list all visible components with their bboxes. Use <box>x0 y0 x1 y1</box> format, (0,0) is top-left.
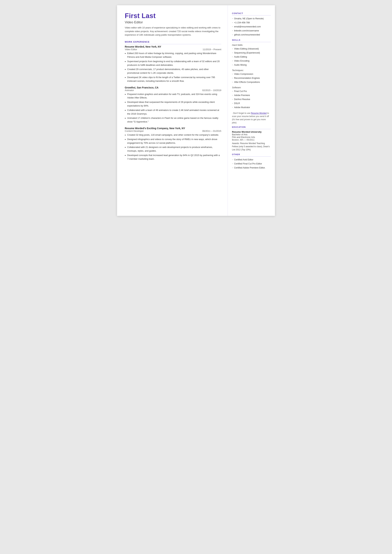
software-5: Adobe Illustrator <box>232 106 271 109</box>
other-2: Certified Final Cut Pro Editor <box>232 162 271 166</box>
right-column: CONTACT Omaha, NE (Open to Remote) +1-23… <box>228 5 275 216</box>
job-block-3: Resume Worded's Exciting Company, New Yo… <box>125 127 221 161</box>
job-role-row-1: Video Editor 11/2019 – Present <box>125 48 221 51</box>
education-block: Resume Worded University Bachelor of Art… <box>232 131 271 151</box>
job-bullets-1: Edited 200 hours of video footage by tri… <box>125 52 221 83</box>
bullet-1-3: Created 29 commercials, 17 product demon… <box>125 68 221 75</box>
edu-degree: Bachelor of Arts <box>232 133 271 136</box>
hard-skill-4: Video Encoding <box>232 59 271 63</box>
job-header-1: Resume Worded, New York, NY <box>125 45 221 48</box>
hard-skill-5: Audio Mixing <box>232 63 271 67</box>
job-header-2: Growthsi, San Francisco, CA <box>125 86 221 89</box>
bullet-3-2: Designed infographics and videos to conv… <box>125 138 221 145</box>
other-list: Certified Avid Editor Certified Final Cu… <box>232 158 271 169</box>
contact-section-title: CONTACT <box>232 12 271 15</box>
left-column: First Last Video Editor Video editor wit… <box>117 5 228 216</box>
software-4: DSLR <box>232 102 271 105</box>
work-experience-section-title: WORK EXPERIENCE <box>125 41 221 44</box>
resume-paper: First Last Video Editor Video editor wit… <box>117 5 275 216</box>
bullet-1-1: Edited 200 hours of video footage by tri… <box>125 52 221 59</box>
promo-text: · Don't forget to use Resume Worded to s… <box>232 112 271 124</box>
job-header-3: Resume Worded's Exciting Company, New Yo… <box>125 127 221 130</box>
job-company-2: Growthsi, San Francisco, CA <box>125 86 158 89</box>
contact-item-3: email@resumeworded.com <box>232 25 271 28</box>
bullet-3-3: Collaborated with 21 designers on web de… <box>125 146 221 153</box>
job-role-row-3: Content Developer 06/2011 – 01/2015 <box>125 130 221 132</box>
candidate-title: Video Editor <box>125 20 221 24</box>
other-1: Certified Avid Editor <box>232 158 271 161</box>
job-bullets-3: Created 32 blog posts, 116 email campaig… <box>125 133 221 161</box>
hard-skill-2: Sequencing (Experienced) <box>232 51 271 55</box>
edu-awards: Awards: Resume Worded Teaching Fellow (o… <box>232 142 271 151</box>
candidate-summary: Video editor with 10 years of experience… <box>125 26 221 37</box>
job-bullets-2: Prepared motion graphics and animation f… <box>125 92 221 124</box>
job-dates-3: 06/2011 – 01/2015 <box>202 130 221 132</box>
software-2: Adobe Premiere <box>232 93 271 97</box>
edu-location-date: Boston, MA — 05/2011 <box>232 139 271 141</box>
job-role-2: Animator <box>125 89 134 91</box>
hard-skills-list: Video Editing (Advanced) Sequencing (Exp… <box>232 47 271 67</box>
contact-item-2: +1-234-456-789 <box>232 21 271 24</box>
candidate-name: First Last <box>125 12 221 20</box>
technique-1: Video Compression <box>232 72 271 76</box>
techniques-list: Video Compression Recommendation Engines… <box>232 72 271 84</box>
hard-skills-label: Hard Skills: <box>232 44 271 46</box>
job-role-3: Content Developer <box>125 130 144 132</box>
other-section-title: OTHER <box>232 153 271 156</box>
bullet-2-4: Animated 17 children's characters in Fla… <box>125 116 221 124</box>
software-label: Software: <box>232 86 271 89</box>
techniques-label: Techniques: <box>232 69 271 72</box>
hard-skill-1: Video Editing (Advanced) <box>232 47 271 50</box>
bullet-2-1: Prepared motion graphics and animation f… <box>125 92 221 100</box>
bullet-3-4: Developed concepts that increased lead g… <box>125 154 221 161</box>
bullet-2-2: Developed ideas that surpassed the requi… <box>125 100 221 108</box>
bullet-2-3: Collaborated with a team of 49 animators… <box>125 108 221 116</box>
job-block-1: Resume Worded, New York, NY Video Editor… <box>125 45 221 83</box>
job-company-1: Resume Worded, New York, NY <box>125 45 161 48</box>
contact-item-1: Omaha, NE (Open to Remote) <box>232 17 271 20</box>
contact-list: Omaha, NE (Open to Remote) +1-234-456-78… <box>232 17 271 36</box>
job-role-row-2: Animator 02/2015 – 10/2019 <box>125 89 221 91</box>
job-block-2: Growthsi, San Francisco, CA Animator 02/… <box>125 86 221 124</box>
job-dates-1: 11/2019 – Present <box>203 48 221 51</box>
education-section-title: EDUCATION <box>232 126 271 129</box>
resume-worded-link[interactable]: Resume Worded <box>251 112 267 114</box>
bullet-1-4: Developed 2K video clips to fit the leng… <box>125 76 221 83</box>
technique-3: After Effects Compositions <box>232 80 271 84</box>
contact-item-4: linkedin.com/in/username <box>232 29 271 32</box>
contact-item-5: github.com/resumeworded <box>232 33 271 36</box>
job-company-3: Resume Worded's Exciting Company, New Yo… <box>125 127 185 130</box>
software-3: DaVinci Resolve <box>232 98 271 101</box>
bullet-1-2: Supervised projects from beginning to en… <box>125 60 221 67</box>
technique-2: Recommendation Engines <box>232 76 271 80</box>
skills-section-title: SKILLS <box>232 39 271 42</box>
job-dates-2: 02/2015 – 10/2019 <box>202 89 221 91</box>
name-section: First Last Video Editor Video editor wit… <box>125 12 221 37</box>
other-3: Certified Adobe Premiere Editor. <box>232 166 271 169</box>
edu-institution: Resume Worded University <box>232 131 271 133</box>
software-1: Final Cut Pro <box>232 90 271 93</box>
job-role-1: Video Editor <box>125 48 137 51</box>
hard-skill-3: Audio Editing <box>232 55 271 59</box>
bullet-3-1: Created 32 blog posts, 116 email campaig… <box>125 133 221 137</box>
software-list: Final Cut Pro Adobe Premiere DaVinci Res… <box>232 90 271 109</box>
edu-field: Film and Electronic Arts <box>232 136 271 139</box>
